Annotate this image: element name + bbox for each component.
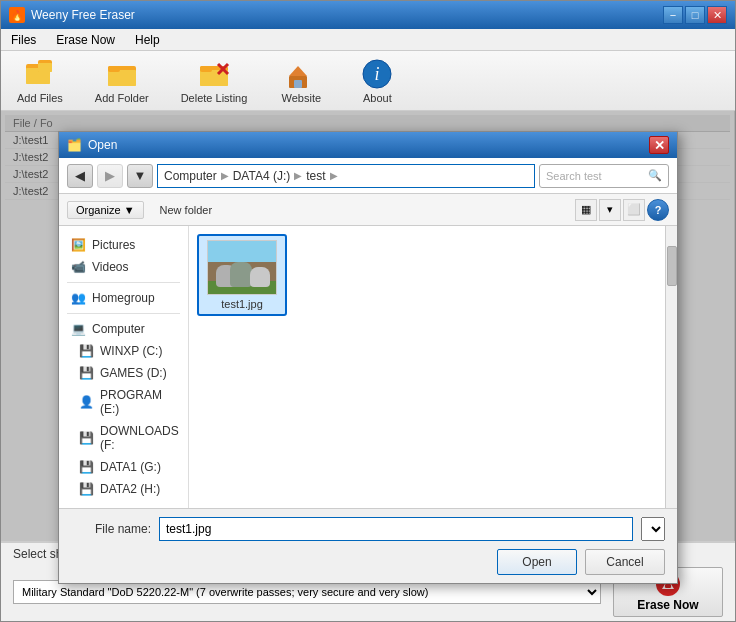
nav-program[interactable]: 👤 PROGRAM (E:) — [59, 384, 188, 420]
add-files-button[interactable]: Add Files — [9, 54, 71, 108]
cancel-button[interactable]: Cancel — [585, 549, 665, 575]
path-arrow-3: ▶ — [330, 170, 338, 181]
left-nav-panel: 🖼️ Pictures 📹 Videos 👥 Homegroup — [59, 226, 189, 508]
winxp-label: WINXP (C:) — [100, 344, 162, 358]
back-button[interactable]: ◀ — [67, 164, 93, 188]
file-thumbnail — [207, 240, 277, 295]
nav-computer[interactable]: 💻 Computer — [59, 318, 188, 340]
dialog-title-text: 🗂️ Open — [67, 138, 117, 152]
forward-button[interactable]: ▶ — [97, 164, 123, 188]
svg-marker-13 — [289, 66, 307, 76]
help-button[interactable]: ? — [647, 199, 669, 221]
nav-pictures[interactable]: 🖼️ Pictures — [59, 234, 188, 256]
about-label: About — [363, 92, 392, 104]
dropdown-button[interactable]: ▼ — [127, 164, 153, 188]
delete-listing-icon — [198, 58, 230, 90]
address-bar: ◀ ▶ ▼ Computer ▶ DATA4 (J:) ▶ test ▶ Sea… — [59, 158, 677, 194]
svg-rect-17 — [665, 584, 671, 588]
dialog-action-row: Open Cancel — [71, 549, 665, 575]
path-data4[interactable]: DATA4 (J:) — [233, 169, 291, 183]
file-area: test1.jpg — [189, 226, 665, 508]
cat3-element — [250, 267, 270, 287]
cats-image — [208, 240, 276, 295]
main-window: 🔥 Weeny Free Eraser − □ ✕ Files Erase No… — [0, 0, 736, 622]
nav-data1[interactable]: 💾 DATA1 (G:) — [59, 456, 188, 478]
nav-winxp[interactable]: 💾 WINXP (C:) — [59, 340, 188, 362]
new-folder-button[interactable]: New folder — [152, 202, 221, 218]
website-button[interactable]: Website — [271, 54, 331, 108]
search-icon: 🔍 — [648, 169, 662, 182]
svg-text:i: i — [375, 64, 380, 84]
data2-icon: 💾 — [79, 482, 94, 496]
title-controls: − □ ✕ — [663, 6, 727, 24]
minimize-button[interactable]: − — [663, 6, 683, 24]
svg-rect-14 — [294, 80, 302, 88]
about-button[interactable]: i About — [347, 54, 407, 108]
maximize-button[interactable]: □ — [685, 6, 705, 24]
add-files-label: Add Files — [17, 92, 63, 104]
add-folder-icon — [106, 58, 138, 90]
scroll-thumb[interactable] — [667, 246, 677, 286]
filename-row: File name: ▼ — [71, 517, 665, 541]
menu-files[interactable]: Files — [5, 31, 42, 49]
svg-rect-3 — [38, 63, 52, 72]
dialog-title-label: Open — [88, 138, 117, 152]
nav-homegroup[interactable]: 👥 Homegroup — [59, 287, 188, 309]
preview-button[interactable]: ⬜ — [623, 199, 645, 221]
nav-videos[interactable]: 📹 Videos — [59, 256, 188, 278]
filename-input[interactable] — [159, 517, 633, 541]
data2-label: DATA2 (H:) — [100, 482, 160, 496]
organize-arrow-icon: ▼ — [124, 204, 135, 216]
website-label: Website — [282, 92, 322, 104]
games-icon: 💾 — [79, 366, 94, 380]
file-item-test1[interactable]: test1.jpg — [197, 234, 287, 316]
delete-listing-button[interactable]: Delete Listing — [173, 54, 256, 108]
path-test[interactable]: test — [306, 169, 325, 183]
erase-now-label: Erase Now — [637, 598, 698, 612]
address-path[interactable]: Computer ▶ DATA4 (J:) ▶ test ▶ — [157, 164, 535, 188]
pictures-icon: 🖼️ — [71, 238, 86, 252]
dialog-folder-icon: 🗂️ — [67, 138, 82, 152]
organize-button[interactable]: Organize ▼ — [67, 201, 144, 219]
games-label: GAMES (D:) — [100, 366, 167, 380]
title-bar-left: 🔥 Weeny Free Eraser — [9, 7, 135, 23]
path-computer[interactable]: Computer — [164, 169, 217, 183]
nav-downloads[interactable]: 💾 DOWNLOADS (F: — [59, 420, 188, 456]
toolbar: Add Files Add Folder — [1, 51, 735, 111]
add-files-icon — [24, 58, 56, 90]
title-bar: 🔥 Weeny Free Eraser − □ ✕ — [1, 1, 735, 29]
videos-label: Videos — [92, 260, 128, 274]
content-area: File / Fo J:\test1 J:\test2 J:\test2 J:\… — [1, 111, 735, 541]
search-box[interactable]: Search test 🔍 — [539, 164, 669, 188]
view-buttons: ▦ ▾ ⬜ ? — [575, 199, 669, 221]
svg-rect-6 — [108, 66, 120, 72]
menu-help[interactable]: Help — [129, 31, 166, 49]
view-icon-button[interactable]: ▦ — [575, 199, 597, 221]
dialog-close-button[interactable]: ✕ — [649, 136, 669, 154]
open-dialog: 🗂️ Open ✕ ◀ ▶ ▼ Computer ▶ DATA4 (J:) ▶ — [58, 131, 678, 584]
app-title: Weeny Free Eraser — [31, 8, 135, 22]
menu-bar: Files Erase Now Help — [1, 29, 735, 51]
filename-dropdown[interactable]: ▼ — [641, 517, 665, 541]
menu-erase-now[interactable]: Erase Now — [50, 31, 121, 49]
modal-overlay: 🗂️ Open ✕ ◀ ▶ ▼ Computer ▶ DATA4 (J:) ▶ — [1, 111, 735, 541]
pictures-label: Pictures — [92, 238, 135, 252]
path-arrow-2: ▶ — [294, 170, 302, 181]
winxp-icon: 💾 — [79, 344, 94, 358]
open-button[interactable]: Open — [497, 549, 577, 575]
nav-data2[interactable]: 💾 DATA2 (H:) — [59, 478, 188, 500]
add-folder-label: Add Folder — [95, 92, 149, 104]
search-placeholder: Search test — [546, 170, 602, 182]
videos-icon: 📹 — [71, 260, 86, 274]
dialog-scrollbar[interactable] — [665, 226, 677, 508]
view-arrow-button[interactable]: ▾ — [599, 199, 621, 221]
close-button[interactable]: ✕ — [707, 6, 727, 24]
add-folder-button[interactable]: Add Folder — [87, 54, 157, 108]
homegroup-label: Homegroup — [92, 291, 155, 305]
svg-rect-8 — [200, 70, 228, 86]
nav-games[interactable]: 💾 GAMES (D:) — [59, 362, 188, 384]
dialog-content: 🖼️ Pictures 📹 Videos 👥 Homegroup — [59, 226, 677, 508]
homegroup-icon: 👥 — [71, 291, 86, 305]
path-arrow-1: ▶ — [221, 170, 229, 181]
svg-rect-9 — [200, 66, 212, 72]
